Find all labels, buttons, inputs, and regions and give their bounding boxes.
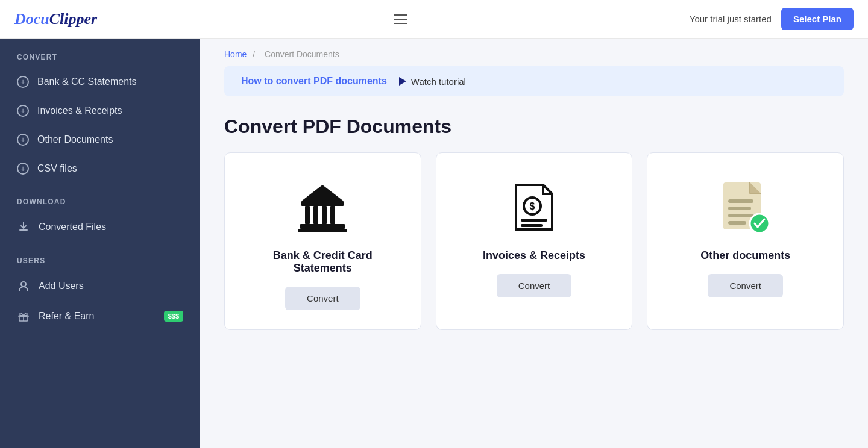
- svg-rect-9: [300, 224, 345, 229]
- svg-marker-3: [301, 185, 344, 201]
- menu-icon[interactable]: [394, 14, 407, 24]
- download-icon: [17, 220, 30, 234]
- header: DocuClipper Your trial just started Sele…: [0, 0, 868, 39]
- svg-rect-10: [298, 229, 347, 232]
- play-icon: [399, 77, 406, 86]
- breadcrumb-current: Convert Documents: [265, 49, 339, 59]
- sidebar-item-converted-files[interactable]: Converted Files: [0, 212, 200, 242]
- layout: CONVERT + Bank & CC Statements + Invoice…: [0, 39, 868, 448]
- how-to-text: How to convert PDF documents: [241, 76, 387, 87]
- sidebar: CONVERT + Bank & CC Statements + Invoice…: [0, 39, 200, 448]
- bank-convert-button[interactable]: Convert: [285, 287, 360, 310]
- sidebar-item-label: Bank & CC Statements: [37, 76, 137, 87]
- sidebar-item-label: Other Documents: [37, 134, 113, 145]
- trial-text: Your trial just started: [690, 14, 772, 24]
- svg-rect-4: [301, 201, 344, 206]
- download-section-label: DOWNLOAD: [0, 183, 200, 212]
- other-docs-card: Other documents Convert: [647, 152, 844, 330]
- watch-tutorial-label: Watch tutorial: [411, 76, 466, 87]
- svg-text:$: $: [530, 201, 535, 211]
- bank-card-label: Bank & Credit CardStatements: [273, 249, 373, 275]
- breadcrumb-home[interactable]: Home: [224, 49, 247, 59]
- bank-building-icon: [295, 180, 350, 234]
- other-docs-icon-container: [719, 180, 773, 234]
- invoices-card-label: Invoices & Receipts: [483, 249, 585, 262]
- other-docs-svg: [719, 180, 773, 234]
- svg-rect-18: [728, 207, 751, 210]
- svg-rect-14: [521, 224, 542, 227]
- sidebar-item-label: Add Users: [39, 281, 84, 291]
- bank-card: Bank & Credit CardStatements Convert: [224, 152, 421, 330]
- sidebar-item-csv[interactable]: + CSV files: [0, 154, 200, 183]
- bank-card-icon: [295, 177, 350, 237]
- watch-tutorial-button[interactable]: Watch tutorial: [399, 76, 466, 87]
- svg-rect-8: [330, 206, 335, 224]
- invoices-convert-button[interactable]: Convert: [497, 274, 572, 297]
- svg-rect-20: [728, 221, 746, 225]
- breadcrumb-separator: /: [253, 49, 255, 59]
- svg-point-0: [21, 282, 26, 287]
- plus-icon: +: [17, 76, 29, 88]
- convert-section-label: CONVERT: [0, 39, 200, 67]
- logo: DocuClipper: [14, 10, 97, 28]
- invoices-card: $ Invoices & Receipts Convert: [436, 152, 633, 330]
- plus-icon: +: [17, 134, 29, 146]
- refer-earn-badge: $$$: [164, 311, 183, 322]
- svg-rect-6: [313, 206, 318, 224]
- sidebar-item-invoices[interactable]: + Invoices & Receipts: [0, 96, 200, 125]
- svg-rect-5: [305, 206, 310, 224]
- users-section-label: USERS: [0, 242, 200, 271]
- sidebar-item-add-users[interactable]: Add Users: [0, 271, 200, 301]
- svg-rect-13: [521, 219, 547, 222]
- sidebar-item-label: Converted Files: [39, 222, 106, 232]
- plus-icon: +: [17, 105, 29, 117]
- header-right: Your trial just started Select Plan: [690, 8, 854, 30]
- other-docs-convert-button[interactable]: Convert: [708, 274, 783, 297]
- svg-rect-19: [728, 214, 755, 217]
- select-plan-button[interactable]: Select Plan: [781, 8, 854, 30]
- sidebar-item-refer-earn[interactable]: Refer & Earn $$$: [0, 301, 200, 331]
- svg-rect-7: [322, 206, 327, 224]
- sidebar-item-bank-cc[interactable]: + Bank & CC Statements: [0, 67, 200, 96]
- main-content: Home / Convert Documents How to convert …: [200, 39, 868, 448]
- page-title: Convert PDF Documents: [200, 113, 868, 152]
- sidebar-item-label: Invoices & Receipts: [37, 105, 122, 116]
- invoices-card-icon: $: [510, 177, 558, 237]
- sidebar-item-label: Refer & Earn: [39, 311, 94, 322]
- sidebar-item-other-docs[interactable]: + Other Documents: [0, 125, 200, 154]
- user-icon: [17, 279, 30, 293]
- tutorial-banner: How to convert PDF documents Watch tutor…: [224, 66, 844, 96]
- other-docs-card-label: Other documents: [700, 249, 790, 262]
- invoice-document-icon: $: [510, 180, 558, 234]
- breadcrumb: Home / Convert Documents: [200, 39, 868, 66]
- svg-rect-17: [728, 199, 753, 203]
- cards-row: Bank & Credit CardStatements Convert $: [200, 152, 868, 354]
- plus-icon: +: [17, 163, 29, 175]
- sidebar-item-label: CSV files: [37, 163, 77, 174]
- gift-icon: [17, 310, 30, 323]
- other-docs-card-icon: [719, 177, 773, 237]
